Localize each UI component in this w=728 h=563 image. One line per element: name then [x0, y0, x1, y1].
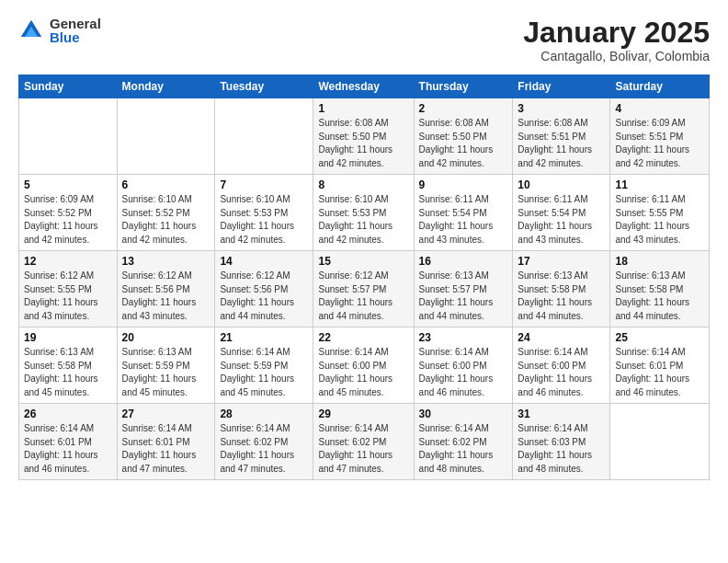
week-row-3: 12Sunrise: 6:12 AM Sunset: 5:55 PM Dayli…	[19, 251, 710, 327]
day-info: Sunrise: 6:10 AM Sunset: 5:53 PM Dayligh…	[220, 193, 308, 247]
day-cell: 31Sunrise: 6:14 AM Sunset: 6:03 PM Dayli…	[513, 404, 610, 480]
day-cell: 5Sunrise: 6:09 AM Sunset: 5:52 PM Daylig…	[19, 175, 118, 251]
day-cell: 30Sunrise: 6:14 AM Sunset: 6:02 PM Dayli…	[414, 404, 513, 480]
day-cell: 14Sunrise: 6:12 AM Sunset: 5:56 PM Dayli…	[215, 251, 313, 327]
day-cell: 12Sunrise: 6:12 AM Sunset: 5:55 PM Dayli…	[19, 251, 118, 327]
day-number: 31	[518, 408, 605, 420]
day-cell: 9Sunrise: 6:11 AM Sunset: 5:54 PM Daylig…	[414, 175, 513, 251]
day-info: Sunrise: 6:13 AM Sunset: 5:57 PM Dayligh…	[419, 270, 508, 323]
day-number: 9	[419, 178, 508, 191]
day-number: 26	[24, 408, 112, 420]
logo: General Blue	[18, 17, 101, 44]
day-cell: 19Sunrise: 6:13 AM Sunset: 5:58 PM Dayli…	[19, 327, 118, 404]
header-row: SundayMondayTuesdayWednesdayThursdayFrid…	[19, 75, 710, 98]
day-number: 22	[318, 331, 408, 344]
header-cell-sunday: Sunday	[19, 75, 118, 98]
calendar-table: SundayMondayTuesdayWednesdayThursdayFrid…	[18, 75, 710, 480]
day-cell: 22Sunrise: 6:14 AM Sunset: 6:00 PM Dayli…	[313, 327, 414, 404]
day-info: Sunrise: 6:13 AM Sunset: 5:59 PM Dayligh…	[122, 346, 210, 399]
day-info: Sunrise: 6:14 AM Sunset: 6:00 PM Dayligh…	[419, 346, 508, 399]
day-number: 25	[615, 331, 704, 344]
day-number: 18	[615, 255, 704, 268]
day-number: 3	[518, 102, 605, 115]
page: General Blue January 2025 Cantagallo, Bo…	[0, 0, 728, 563]
header: General Blue January 2025 Cantagallo, Bo…	[18, 17, 710, 63]
day-cell: 13Sunrise: 6:12 AM Sunset: 5:56 PM Dayli…	[117, 251, 215, 327]
day-cell	[215, 98, 313, 175]
day-info: Sunrise: 6:10 AM Sunset: 5:53 PM Dayligh…	[318, 193, 408, 247]
title-block: January 2025 Cantagallo, Bolivar, Colomb…	[523, 17, 710, 63]
day-number: 24	[518, 331, 605, 344]
logo-blue-text: Blue	[50, 30, 101, 44]
day-cell: 29Sunrise: 6:14 AM Sunset: 6:02 PM Dayli…	[313, 404, 414, 480]
day-cell: 4Sunrise: 6:09 AM Sunset: 5:51 PM Daylig…	[610, 98, 710, 175]
day-info: Sunrise: 6:14 AM Sunset: 6:02 PM Dayligh…	[220, 422, 308, 476]
day-info: Sunrise: 6:13 AM Sunset: 5:58 PM Dayligh…	[518, 270, 605, 323]
day-cell	[19, 98, 118, 175]
day-number: 5	[24, 178, 112, 191]
day-number: 29	[318, 408, 408, 420]
week-row-1: 1Sunrise: 6:08 AM Sunset: 5:50 PM Daylig…	[19, 98, 710, 175]
day-info: Sunrise: 6:14 AM Sunset: 6:00 PM Dayligh…	[318, 346, 408, 399]
day-info: Sunrise: 6:12 AM Sunset: 5:57 PM Dayligh…	[318, 270, 408, 323]
day-info: Sunrise: 6:14 AM Sunset: 6:01 PM Dayligh…	[615, 346, 704, 399]
day-number: 4	[615, 102, 704, 115]
day-info: Sunrise: 6:14 AM Sunset: 6:03 PM Dayligh…	[518, 422, 605, 476]
day-cell: 24Sunrise: 6:14 AM Sunset: 6:00 PM Dayli…	[513, 327, 610, 404]
logo-general-text: General	[50, 17, 101, 30]
day-cell: 3Sunrise: 6:08 AM Sunset: 5:51 PM Daylig…	[513, 98, 610, 175]
day-cell: 25Sunrise: 6:14 AM Sunset: 6:01 PM Dayli…	[610, 327, 710, 404]
day-cell: 17Sunrise: 6:13 AM Sunset: 5:58 PM Dayli…	[513, 251, 610, 327]
day-number: 19	[24, 331, 112, 344]
week-row-2: 5Sunrise: 6:09 AM Sunset: 5:52 PM Daylig…	[19, 175, 710, 251]
day-info: Sunrise: 6:14 AM Sunset: 6:02 PM Dayligh…	[318, 422, 408, 476]
week-row-5: 26Sunrise: 6:14 AM Sunset: 6:01 PM Dayli…	[19, 404, 710, 480]
day-info: Sunrise: 6:08 AM Sunset: 5:51 PM Dayligh…	[518, 117, 605, 170]
day-number: 13	[122, 255, 210, 268]
header-cell-thursday: Thursday	[414, 75, 513, 98]
day-number: 20	[122, 331, 210, 344]
day-number: 1	[318, 102, 408, 115]
day-cell: 1Sunrise: 6:08 AM Sunset: 5:50 PM Daylig…	[313, 98, 414, 175]
day-cell: 2Sunrise: 6:08 AM Sunset: 5:50 PM Daylig…	[414, 98, 513, 175]
day-number: 14	[220, 255, 308, 268]
day-cell: 6Sunrise: 6:10 AM Sunset: 5:52 PM Daylig…	[117, 175, 215, 251]
day-info: Sunrise: 6:14 AM Sunset: 6:00 PM Dayligh…	[518, 346, 605, 399]
day-info: Sunrise: 6:11 AM Sunset: 5:55 PM Dayligh…	[615, 193, 704, 247]
day-cell: 15Sunrise: 6:12 AM Sunset: 5:57 PM Dayli…	[313, 251, 414, 327]
day-number: 2	[419, 102, 508, 115]
day-number: 6	[122, 178, 210, 191]
day-number: 30	[419, 408, 508, 420]
day-info: Sunrise: 6:12 AM Sunset: 5:56 PM Dayligh…	[220, 270, 308, 323]
day-info: Sunrise: 6:11 AM Sunset: 5:54 PM Dayligh…	[518, 193, 605, 247]
day-cell: 18Sunrise: 6:13 AM Sunset: 5:58 PM Dayli…	[610, 251, 710, 327]
day-info: Sunrise: 6:14 AM Sunset: 6:02 PM Dayligh…	[419, 422, 508, 476]
location: Cantagallo, Bolivar, Colombia	[523, 49, 710, 63]
day-info: Sunrise: 6:13 AM Sunset: 5:58 PM Dayligh…	[615, 270, 704, 323]
header-cell-monday: Monday	[117, 75, 215, 98]
day-number: 17	[518, 255, 605, 268]
day-number: 10	[518, 178, 605, 191]
day-info: Sunrise: 6:10 AM Sunset: 5:52 PM Dayligh…	[122, 193, 210, 247]
day-number: 15	[318, 255, 408, 268]
day-cell: 21Sunrise: 6:14 AM Sunset: 5:59 PM Dayli…	[215, 327, 313, 404]
day-cell: 8Sunrise: 6:10 AM Sunset: 5:53 PM Daylig…	[313, 175, 414, 251]
day-cell	[117, 98, 215, 175]
week-row-4: 19Sunrise: 6:13 AM Sunset: 5:58 PM Dayli…	[19, 327, 710, 404]
day-number: 8	[318, 178, 408, 191]
day-info: Sunrise: 6:14 AM Sunset: 6:01 PM Dayligh…	[24, 422, 112, 476]
day-info: Sunrise: 6:14 AM Sunset: 6:01 PM Dayligh…	[122, 422, 210, 476]
day-info: Sunrise: 6:08 AM Sunset: 5:50 PM Dayligh…	[419, 117, 508, 170]
day-number: 16	[419, 255, 508, 268]
day-info: Sunrise: 6:13 AM Sunset: 5:58 PM Dayligh…	[24, 346, 112, 399]
day-info: Sunrise: 6:09 AM Sunset: 5:52 PM Dayligh…	[24, 193, 112, 247]
header-cell-wednesday: Wednesday	[313, 75, 414, 98]
day-cell	[610, 404, 710, 480]
day-number: 12	[24, 255, 112, 268]
header-cell-tuesday: Tuesday	[215, 75, 313, 98]
day-cell: 26Sunrise: 6:14 AM Sunset: 6:01 PM Dayli…	[19, 404, 118, 480]
day-cell: 27Sunrise: 6:14 AM Sunset: 6:01 PM Dayli…	[117, 404, 215, 480]
day-info: Sunrise: 6:08 AM Sunset: 5:50 PM Dayligh…	[318, 117, 408, 170]
day-number: 21	[220, 331, 308, 344]
day-info: Sunrise: 6:12 AM Sunset: 5:56 PM Dayligh…	[122, 270, 210, 323]
